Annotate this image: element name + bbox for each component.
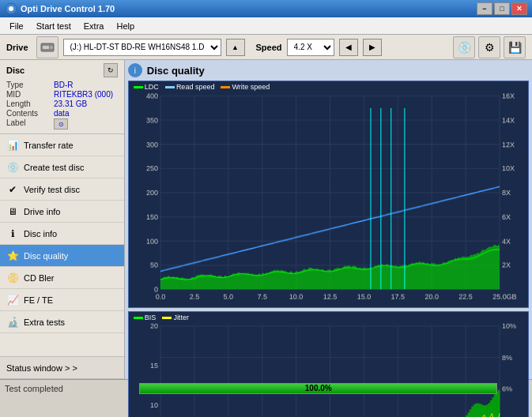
top-chart-legend: LDC Read speed Write speed <box>134 83 270 91</box>
content-area: i Disc quality LDC Read speed <box>125 60 532 379</box>
drive-bar: Drive (J:) HL-DT-ST BD-RE WH16NS48 1.D3 … <box>0 35 532 60</box>
minimize-button[interactable]: − <box>477 2 492 15</box>
jitter-legend-label: Jitter <box>173 314 189 321</box>
disc-contents-row: Contents data <box>6 109 118 118</box>
main-layout: Disc ↻ Type BD-R MID RITEKBR3 (000) Leng… <box>0 60 532 379</box>
disc-icon-button[interactable]: 💿 <box>453 36 475 58</box>
svg-point-1 <box>9 6 13 11</box>
sidebar-label-create-test-disc: Create test disc <box>24 163 84 172</box>
sidebar-item-verify-test-disc[interactable]: ✔ Verify test disc <box>0 178 124 201</box>
create-test-disc-icon: 💿 <box>6 161 19 174</box>
toolbar-icons: 💿 ⚙ 💾 <box>453 36 526 58</box>
top-chart-wrapper: LDC Read speed Write speed <box>128 81 529 308</box>
disc-mid-row: MID RITEKBR3 (000) <box>6 90 118 99</box>
disc-quality-icon: ⭐ <box>6 250 19 262</box>
chart-container: LDC Read speed Write speed <box>128 81 529 417</box>
quality-icon: i <box>128 63 142 77</box>
write-speed-legend-color <box>221 86 230 88</box>
save-icon-button[interactable]: 💾 <box>504 36 526 58</box>
eject-button[interactable]: ▲ <box>226 39 245 56</box>
drive-selector[interactable]: (J:) HL-DT-ST BD-RE WH16NS48 1.D3 <box>63 39 221 56</box>
close-button[interactable]: ✕ <box>511 2 527 15</box>
ldc-legend-color <box>134 86 143 88</box>
quality-header: i Disc quality <box>128 63 529 77</box>
bottom-chart-wrapper: BIS Jitter <box>128 311 529 417</box>
extra-tests-icon: 🔬 <box>6 316 19 329</box>
sidebar-item-cd-bler[interactable]: 📀 CD Bler <box>0 267 124 289</box>
status-window-button[interactable]: Status window > > <box>0 357 124 379</box>
disc-mid-value: RITEKBR3 (000) <box>54 90 118 99</box>
quality-title: Disc quality <box>147 65 205 77</box>
cd-bler-icon: 📀 <box>6 272 19 284</box>
maximize-button[interactable]: □ <box>494 2 510 15</box>
app-title: Opti Drive Control 1.70 <box>21 4 477 13</box>
fe-te-icon: 📈 <box>6 294 19 306</box>
disc-refresh-button[interactable]: ↻ <box>104 63 118 77</box>
sidebar-item-fe-te[interactable]: 📈 FE / TE <box>0 289 124 311</box>
sidebar-item-extra-tests[interactable]: 🔬 Extra tests <box>0 311 124 333</box>
sidebar-label-disc-info: Disc info <box>24 229 57 239</box>
menu-bar: File Start test Extra Help <box>0 17 532 35</box>
disc-length-row: Length 23.31 GB <box>6 100 118 108</box>
disc-contents-label: Contents <box>6 109 54 118</box>
drive-label: Drive <box>6 43 28 52</box>
sidebar-label-disc-quality: Disc quality <box>24 251 68 261</box>
sidebar-label-verify-test-disc: Verify test disc <box>24 185 80 194</box>
disc-info-icon: ℹ <box>6 227 19 240</box>
bottom-right: 100.0% 31:50 <box>133 383 532 394</box>
disc-type-row: Type BD-R <box>6 81 118 89</box>
disc-header: Disc ↻ <box>6 63 118 77</box>
sidebar-bottom: Status window > > <box>0 356 124 379</box>
verify-test-disc-icon: ✔ <box>6 183 19 196</box>
sidebar-item-disc-quality[interactable]: ⭐ Disc quality <box>0 245 124 267</box>
speed-label: Speed <box>256 43 282 52</box>
sidebar-label-fe-te: FE / TE <box>24 295 53 305</box>
sidebar-item-transfer-rate[interactable]: 📊 Transfer rate <box>0 134 124 156</box>
disc-label-value: ⊙ <box>54 118 118 130</box>
disc-panel: Disc ↻ Type BD-R MID RITEKBR3 (000) Leng… <box>0 60 124 134</box>
menu-file[interactable]: File <box>3 20 30 32</box>
read-speed-legend-label: Read speed <box>176 83 215 91</box>
sidebar-item-drive-info[interactable]: 🖥 Drive info <box>0 201 124 223</box>
bottom-chart-canvas <box>129 312 528 417</box>
read-speed-legend-color <box>165 86 175 88</box>
menu-extra[interactable]: Extra <box>77 20 111 32</box>
speed-prev-button[interactable]: ◀ <box>339 39 358 56</box>
disc-label-row: Label ⊙ <box>6 118 118 130</box>
write-speed-legend-label: Write speed <box>232 83 270 91</box>
test-completed-label: Test completed <box>5 384 63 393</box>
sidebar-item-create-test-disc[interactable]: 💿 Create test disc <box>0 156 124 178</box>
disc-type-value: BD-R <box>54 81 118 89</box>
top-chart-canvas <box>129 81 528 307</box>
settings-icon-button[interactable]: ⚙ <box>478 36 500 58</box>
disc-contents-value: data <box>54 109 118 118</box>
sidebar-label-extra-tests: Extra tests <box>24 317 65 327</box>
bis-legend: BIS <box>134 314 157 321</box>
speed-selector[interactable]: 4.2 X <box>287 39 334 56</box>
write-speed-legend: Write speed <box>221 83 270 91</box>
title-bar: Opti Drive Control 1.70 − □ ✕ <box>0 0 532 17</box>
drive-info-icon: 🖥 <box>6 205 19 218</box>
speed-next-button[interactable]: ▶ <box>363 39 382 56</box>
nav-items: 📊 Transfer rate 💿 Create test disc ✔ Ver… <box>0 134 124 333</box>
label-icon-button[interactable]: ⊙ <box>54 118 68 130</box>
jitter-legend-color <box>162 317 172 319</box>
disc-mid-label: MID <box>6 90 54 99</box>
status-window-label: Status window > > <box>6 363 77 373</box>
drive-icon <box>36 36 58 58</box>
sidebar-item-disc-info[interactable]: ℹ Disc info <box>0 223 124 245</box>
menu-start-test[interactable]: Start test <box>30 20 77 32</box>
svg-point-3 <box>50 46 53 49</box>
disc-length-label: Length <box>6 100 54 108</box>
sidebar-label-cd-bler: CD Bler <box>24 273 55 283</box>
status-completed-text: Test completed <box>0 384 133 393</box>
sidebar-label-drive-info: Drive info <box>24 207 60 216</box>
ldc-legend: LDC <box>134 83 159 91</box>
read-speed-legend: Read speed <box>165 83 215 91</box>
window-controls: − □ ✕ <box>477 2 527 15</box>
disc-label-key: Label <box>6 118 54 130</box>
transfer-rate-icon: 📊 <box>6 139 19 152</box>
jitter-legend: Jitter <box>162 314 189 321</box>
menu-help[interactable]: Help <box>110 20 141 32</box>
app-icon <box>5 2 17 15</box>
